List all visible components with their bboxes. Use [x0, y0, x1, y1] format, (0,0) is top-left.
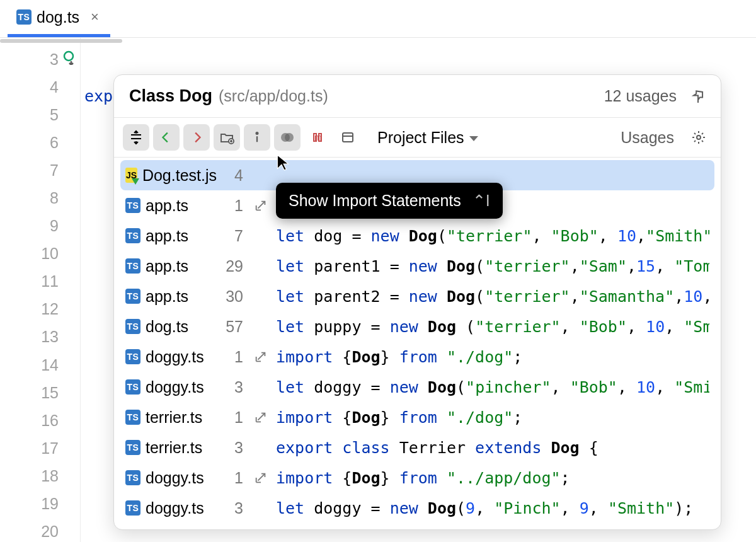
usage-row[interactable]: TSdog.ts57let puppy = new Dog ("terrier"… [120, 311, 714, 342]
usage-row[interactable]: TSterrier.ts1import {Dog} from "./dog"; [120, 402, 714, 432]
usage-file-name: app.ts [146, 227, 188, 245]
typescript-icon: TS [125, 289, 140, 304]
popup-subtitle: (src/app/dog.ts) [219, 87, 328, 105]
usage-line-number: 1 [220, 197, 246, 215]
usage-code-preview: let parent1 = new Dog("terrier","Sam",15… [276, 257, 709, 275]
svg-point-9 [697, 136, 701, 139]
expand-all-button[interactable] [123, 124, 149, 151]
usage-line-number: 7 [220, 227, 246, 245]
typescript-icon: TS [125, 349, 140, 364]
usage-row[interactable]: TSapp.ts29let parent1 = new Dog("terrier… [120, 251, 714, 281]
usage-line-number: 3 [220, 499, 246, 517]
svg-text:m: m [314, 132, 322, 142]
usage-line-number: 3 [220, 439, 246, 457]
usage-file-name: terrier.ts [146, 408, 202, 427]
usage-row[interactable]: TSdoggy.ts1import {Dog} from "../app/dog… [120, 463, 714, 493]
usage-code-preview: import {Dog} from "./dog"; [276, 408, 709, 427]
typescript-icon: TS [125, 258, 140, 274]
gutter-line: 4 [0, 73, 80, 101]
typescript-icon: TS [125, 379, 140, 395]
usage-file-name: doggy.ts [146, 469, 204, 487]
gutter-line: 18 [0, 462, 80, 490]
svg-point-3 [256, 132, 258, 134]
usage-line-number: 4 [220, 166, 246, 185]
usage-code-preview: let puppy = new Dog ("terrier", "Bob", 1… [276, 318, 709, 336]
usage-row[interactable]: TSdoggy.ts3let doggy = new Dog(9, "Pinch… [120, 493, 714, 523]
tooltip-text: Show Import Statements [289, 192, 461, 210]
usage-row[interactable]: TSdoggy.ts3let doggy = new Dog("pincher"… [120, 372, 714, 402]
usages-count: 12 usages [604, 87, 677, 105]
gutter-line: 17 [0, 434, 80, 462]
svg-rect-7 [343, 133, 353, 142]
gutter-line: 13 [0, 323, 80, 351]
show-import-statements-button[interactable] [244, 124, 270, 151]
scope-select[interactable]: Project Files [371, 129, 482, 147]
tooltip-shortcut: ⌃I [472, 192, 490, 210]
show-read-write-button[interactable] [274, 124, 301, 151]
usage-code-preview: let parent2 = new Dog("terrier","Samanth… [276, 287, 709, 306]
usage-file-name: terrier.ts [146, 439, 202, 457]
usage-row[interactable]: TSapp.ts7let dog = new Dog("terrier", "B… [120, 221, 714, 251]
settings-icon[interactable] [685, 124, 712, 151]
usage-file-name: app.ts [146, 257, 188, 275]
typescript-icon: TS [125, 470, 140, 485]
gutter-line: 9 [0, 212, 80, 240]
usage-code-preview: import {Dog} from "../app/dog"; [276, 469, 709, 487]
typescript-icon: TS [125, 440, 140, 455]
usage-code-preview: let dog = new Dog("terrier", "Bob", 10,"… [276, 227, 709, 245]
usage-line-number: 1 [220, 408, 246, 427]
usage-line-number: 3 [220, 378, 246, 396]
tab-dog-ts[interactable]: TS dog.ts × [8, 0, 110, 37]
gutter-line: 7 [0, 156, 80, 184]
gutter-line: 3 [0, 45, 80, 73]
usage-file-name: Dog.test.js [142, 166, 217, 185]
gutter-line: 15 [0, 379, 80, 407]
typescript-icon: TS [125, 319, 140, 334]
prev-occurrence-button[interactable] [153, 124, 180, 151]
usage-row[interactable]: TSterrier.ts3export class Terrier extend… [120, 432, 714, 463]
svg-point-5 [285, 133, 294, 142]
horizontal-scrollbar[interactable] [0, 39, 122, 43]
gutter-line: 12 [0, 296, 80, 323]
usage-line-number: 1 [220, 469, 246, 487]
gutter-line: 14 [0, 351, 80, 379]
javascript-icon: JS [125, 168, 137, 183]
import-indicator-icon [249, 471, 272, 485]
usage-file-name: doggy.ts [146, 378, 204, 396]
pin-icon[interactable] [690, 89, 706, 104]
usage-file-name: dog.ts [146, 318, 188, 336]
usage-row[interactable]: TSapp.ts30let parent2 = new Dog("terrier… [120, 281, 714, 311]
usage-line-number: 30 [220, 287, 246, 306]
usages-tab[interactable]: Usages [621, 129, 674, 147]
editor-tab-bar: TS dog.ts × [0, 0, 756, 38]
implementations-gutter-icon[interactable] [62, 50, 77, 69]
usage-line-number: 57 [220, 318, 246, 336]
gutter-line: 8 [0, 184, 80, 212]
gutter-line: 19 [0, 490, 80, 518]
usage-code-preview: import {Dog} from "./dog"; [276, 348, 709, 366]
usage-code-preview: export class Terrier extends Dog { [276, 439, 709, 457]
usage-file-name: doggy.ts [146, 499, 204, 517]
usage-file-name: doggy.ts [146, 348, 204, 366]
typescript-icon: TS [125, 410, 140, 425]
import-indicator-icon [249, 350, 272, 364]
next-occurrence-button[interactable] [183, 124, 210, 151]
usage-line-number: 1 [220, 348, 246, 366]
usage-row[interactable]: TSdoggy.ts1import {Dog} from "./dog"; [120, 342, 714, 372]
gutter: 34567891011121314151617181920 [0, 38, 81, 542]
gutter-line: 6 [0, 129, 80, 156]
gutter-line: 11 [0, 268, 80, 296]
close-icon[interactable]: × [88, 9, 101, 25]
tab-title: dog.ts [37, 8, 79, 26]
merge-usages-button[interactable]: m [304, 124, 331, 151]
gutter-line: 16 [0, 407, 80, 434]
popup-toolbar: m Project Files Usages [114, 118, 721, 158]
usage-file-name: app.ts [146, 197, 188, 215]
import-indicator-icon [249, 410, 272, 424]
import-indicator-icon [249, 199, 272, 212]
usage-code-preview: let doggy = new Dog("pincher", "Bob", 10… [276, 378, 709, 396]
svg-point-0 [64, 52, 73, 61]
preview-button[interactable] [335, 124, 361, 151]
new-folder-button[interactable] [214, 124, 240, 151]
tooltip-show-import-statements: Show Import Statements ⌃I [276, 183, 503, 219]
